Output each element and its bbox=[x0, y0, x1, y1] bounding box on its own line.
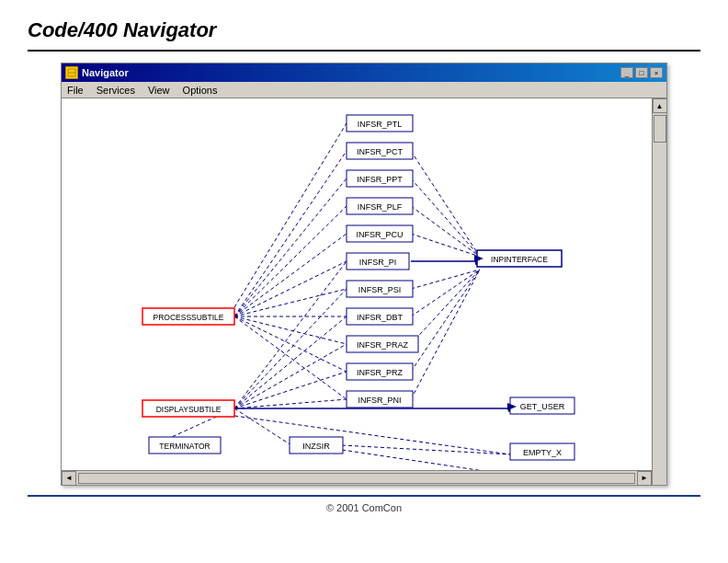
svg-text:INFSR_DBT: INFSR_DBT bbox=[357, 313, 404, 322]
svg-text:INFSR_PTL: INFSR_PTL bbox=[358, 120, 403, 129]
title-divider bbox=[28, 50, 700, 52]
svg-line-5 bbox=[234, 234, 347, 316]
scroll-right-button[interactable]: ► bbox=[637, 471, 652, 486]
svg-line-10 bbox=[234, 316, 347, 372]
svg-text:INFSR_PRZ: INFSR_PRZ bbox=[357, 368, 404, 377]
close-button[interactable]: × bbox=[650, 67, 663, 78]
svg-text:TERMINATOR: TERMINATOR bbox=[159, 442, 210, 451]
svg-line-18 bbox=[234, 408, 291, 445]
scroll-up-button[interactable]: ▲ bbox=[653, 98, 667, 113]
svg-line-2 bbox=[234, 151, 347, 316]
svg-text:INFSR_PSI: INFSR_PSI bbox=[358, 285, 402, 294]
svg-line-17 bbox=[234, 399, 347, 408]
window-content: INFSR_PTL INFSR_PCT INFSR_PPT INFSR_PLF … bbox=[62, 98, 666, 485]
svg-text:INFSR_PCT: INFSR_PCT bbox=[357, 147, 404, 156]
window-icon bbox=[65, 66, 78, 79]
footer-divider bbox=[28, 495, 700, 497]
svg-text:INPINTERFACE: INPINTERFACE bbox=[491, 255, 548, 264]
svg-text:INZSIR: INZSIR bbox=[302, 442, 330, 451]
titlebar-buttons: _ □ × bbox=[620, 67, 663, 78]
maximize-button[interactable]: □ bbox=[635, 67, 648, 78]
diagram-svg: INFSR_PTL INFSR_PCT INFSR_PPT INFSR_PLF … bbox=[62, 98, 652, 485]
horizontal-scrollbar[interactable]: ◄ ► bbox=[62, 470, 652, 485]
menu-services[interactable]: Services bbox=[97, 85, 135, 96]
scroll-thumb-v[interactable] bbox=[654, 115, 666, 143]
svg-line-7 bbox=[234, 289, 347, 316]
svg-line-3 bbox=[234, 178, 347, 316]
window-title: Navigator bbox=[82, 67, 129, 78]
svg-line-36 bbox=[234, 123, 347, 307]
svg-line-6 bbox=[234, 261, 347, 316]
svg-text:INFSR_PCU: INFSR_PCU bbox=[356, 230, 403, 239]
scroll-thumb-h[interactable] bbox=[78, 473, 635, 484]
svg-line-34 bbox=[342, 445, 510, 454]
titlebar-left: Navigator bbox=[65, 66, 129, 79]
svg-line-15 bbox=[234, 344, 347, 408]
svg-line-30 bbox=[411, 270, 480, 399]
svg-line-26 bbox=[411, 270, 480, 289]
page-title: Code/400 Navigator bbox=[28, 18, 700, 42]
minimize-button[interactable]: _ bbox=[620, 67, 633, 78]
svg-line-16 bbox=[234, 372, 347, 408]
window-titlebar: Navigator _ □ × bbox=[62, 63, 666, 82]
svg-text:INFSR_PNI: INFSR_PNI bbox=[358, 396, 401, 405]
scroll-left-button[interactable]: ◄ bbox=[62, 471, 76, 486]
svg-line-24 bbox=[411, 206, 480, 257]
svg-text:EMPTY_X: EMPTY_X bbox=[523, 448, 562, 457]
svg-text:PROCESSSUBTILE: PROCESSSUBTILE bbox=[154, 313, 224, 322]
vertical-scrollbar[interactable]: ▲ bbox=[652, 98, 666, 485]
svg-text:INFSR_PLF: INFSR_PLF bbox=[358, 202, 403, 212]
svg-text:INFSR_PRAZ: INFSR_PRAZ bbox=[357, 340, 409, 350]
diagram-area: INFSR_PTL INFSR_PCT INFSR_PPT INFSR_PLF … bbox=[62, 98, 652, 485]
svg-text:INFSR_PPT: INFSR_PPT bbox=[357, 175, 403, 184]
navigator-window: Navigator _ □ × File Services View Optio… bbox=[61, 63, 667, 486]
svg-line-25 bbox=[411, 234, 480, 257]
svg-line-23 bbox=[411, 178, 480, 257]
svg-text:DISPLAYSUBTILE: DISPLAYSUBTILE bbox=[156, 405, 222, 414]
svg-line-27 bbox=[411, 270, 480, 316]
menu-options[interactable]: Options bbox=[183, 85, 218, 96]
svg-line-33 bbox=[234, 416, 510, 454]
page-container: Code/400 Navigator Navigator _ □ × bbox=[0, 0, 728, 563]
svg-line-22 bbox=[411, 151, 480, 257]
menu-view[interactable]: View bbox=[148, 85, 170, 96]
svg-line-28 bbox=[411, 270, 480, 344]
svg-line-14 bbox=[234, 316, 347, 408]
svg-text:GET_USER: GET_USER bbox=[520, 402, 565, 411]
svg-text:INFSR_PI: INFSR_PI bbox=[359, 258, 397, 267]
window-menubar: File Services View Options bbox=[62, 82, 666, 98]
footer-text: © 2001 ComCon bbox=[28, 502, 700, 513]
svg-line-4 bbox=[234, 206, 347, 316]
menu-file[interactable]: File bbox=[67, 85, 84, 96]
svg-line-29 bbox=[411, 270, 480, 372]
